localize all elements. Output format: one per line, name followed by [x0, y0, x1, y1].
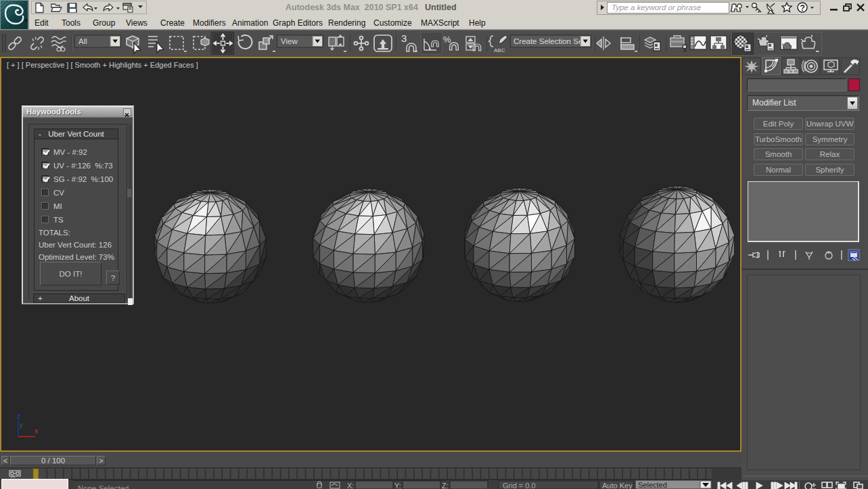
svg-text:Selected: Selected [638, 481, 667, 489]
svg-text:Type a keyword or phrase: Type a keyword or phrase [612, 3, 701, 11]
svg-text:All: All [78, 37, 87, 45]
svg-text:%: % [443, 34, 451, 45]
svg-text:3: 3 [401, 32, 407, 44]
svg-text:Create Selection Se: Create Selection Se [513, 37, 583, 45]
svg-text:ABC: ABC [494, 47, 505, 53]
svg-text:?: ? [800, 3, 805, 13]
svg-text:X:: X: [347, 482, 354, 489]
svg-text:Y:: Y: [394, 482, 401, 489]
svg-text:Auto Key: Auto Key [602, 482, 633, 489]
svg-text:View: View [281, 37, 298, 45]
svg-text:Z:: Z: [442, 482, 449, 489]
svg-text:Grid = 0.0: Grid = 0.0 [503, 482, 536, 489]
